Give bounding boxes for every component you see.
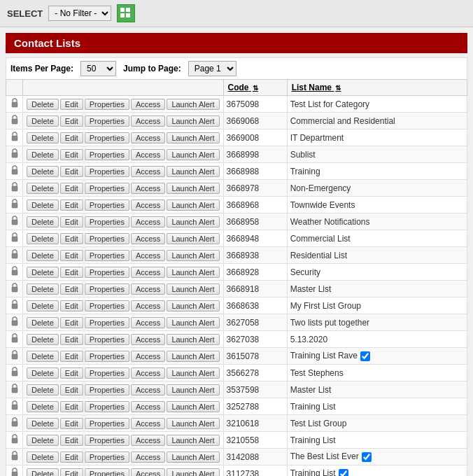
access-button[interactable]: Access — [131, 166, 165, 177]
access-button[interactable]: Access — [131, 99, 165, 110]
delete-button[interactable]: Delete — [27, 334, 59, 345]
delete-button[interactable]: Delete — [27, 418, 59, 429]
launch-alert-button[interactable]: Launch Alert — [167, 435, 219, 446]
edit-button[interactable]: Edit — [60, 435, 83, 446]
launch-alert-button[interactable]: Launch Alert — [167, 451, 219, 463]
edit-button[interactable]: Edit — [60, 401, 83, 412]
items-per-page-select[interactable]: 10 25 50 100 — [80, 61, 116, 76]
access-button[interactable]: Access — [131, 132, 165, 144]
delete-button[interactable]: Delete — [27, 216, 59, 227]
edit-button[interactable]: Edit — [60, 317, 83, 328]
properties-button[interactable]: Properties — [85, 317, 129, 328]
edit-button[interactable]: Edit — [60, 284, 83, 295]
edit-button[interactable]: Edit — [60, 149, 83, 160]
launch-alert-button[interactable]: Launch Alert — [167, 183, 219, 194]
edit-button[interactable]: Edit — [60, 166, 83, 177]
access-button[interactable]: Access — [131, 267, 165, 278]
delete-button[interactable]: Delete — [27, 435, 59, 446]
access-button[interactable]: Access — [131, 149, 165, 160]
access-button[interactable]: Access — [131, 384, 165, 396]
edit-button[interactable]: Edit — [60, 384, 83, 396]
properties-button[interactable]: Properties — [85, 401, 129, 412]
edit-button[interactable]: Edit — [60, 183, 83, 194]
launch-alert-button[interactable]: Launch Alert — [167, 401, 219, 412]
delete-button[interactable]: Delete — [27, 368, 59, 379]
properties-button[interactable]: Properties — [85, 284, 129, 295]
edit-button[interactable]: Edit — [60, 418, 83, 429]
delete-button[interactable]: Delete — [27, 451, 59, 463]
launch-alert-button[interactable]: Launch Alert — [167, 233, 219, 244]
properties-button[interactable]: Properties — [85, 435, 129, 446]
delete-button[interactable]: Delete — [27, 115, 59, 127]
launch-alert-button[interactable]: Launch Alert — [167, 99, 219, 110]
access-button[interactable]: Access — [131, 401, 165, 412]
edit-button[interactable]: Edit — [60, 468, 83, 477]
delete-button[interactable]: Delete — [27, 183, 59, 194]
properties-button[interactable]: Properties — [85, 99, 129, 110]
properties-button[interactable]: Properties — [85, 334, 129, 345]
launch-alert-button[interactable]: Launch Alert — [167, 132, 219, 144]
delete-button[interactable]: Delete — [27, 468, 59, 477]
access-button[interactable]: Access — [131, 435, 165, 446]
access-button[interactable]: Access — [131, 233, 165, 244]
edit-button[interactable]: Edit — [60, 216, 83, 227]
properties-button[interactable]: Properties — [85, 166, 129, 177]
properties-button[interactable]: Properties — [85, 115, 129, 127]
delete-button[interactable]: Delete — [27, 284, 59, 295]
delete-button[interactable]: Delete — [27, 401, 59, 412]
launch-alert-button[interactable]: Launch Alert — [167, 166, 219, 177]
list-checkbox[interactable] — [360, 351, 370, 361]
access-button[interactable]: Access — [131, 468, 165, 477]
properties-button[interactable]: Properties — [85, 250, 129, 261]
access-button[interactable]: Access — [131, 368, 165, 379]
delete-button[interactable]: Delete — [27, 267, 59, 278]
properties-button[interactable]: Properties — [85, 267, 129, 278]
access-button[interactable]: Access — [131, 183, 165, 194]
delete-button[interactable]: Delete — [27, 317, 59, 328]
access-button[interactable]: Access — [131, 250, 165, 261]
access-button[interactable]: Access — [131, 216, 165, 227]
launch-alert-button[interactable]: Launch Alert — [167, 334, 219, 345]
launch-alert-button[interactable]: Launch Alert — [167, 384, 219, 396]
properties-button[interactable]: Properties — [85, 451, 129, 463]
launch-alert-button[interactable]: Launch Alert — [167, 200, 219, 211]
launch-alert-button[interactable]: Launch Alert — [167, 317, 219, 328]
launch-alert-button[interactable]: Launch Alert — [167, 284, 219, 295]
properties-button[interactable]: Properties — [85, 183, 129, 194]
access-button[interactable]: Access — [131, 300, 165, 312]
edit-button[interactable]: Edit — [60, 300, 83, 312]
properties-button[interactable]: Properties — [85, 300, 129, 312]
edit-button[interactable]: Edit — [60, 334, 83, 345]
launch-alert-button[interactable]: Launch Alert — [167, 216, 219, 227]
properties-button[interactable]: Properties — [85, 468, 129, 477]
delete-button[interactable]: Delete — [27, 132, 59, 144]
access-button[interactable]: Access — [131, 200, 165, 211]
delete-button[interactable]: Delete — [27, 250, 59, 261]
edit-button[interactable]: Edit — [60, 132, 83, 144]
edit-button[interactable]: Edit — [60, 250, 83, 261]
delete-button[interactable]: Delete — [27, 351, 59, 362]
properties-button[interactable]: Properties — [85, 233, 129, 244]
edit-button[interactable]: Edit — [60, 368, 83, 379]
access-button[interactable]: Access — [131, 351, 165, 362]
properties-button[interactable]: Properties — [85, 384, 129, 396]
properties-button[interactable]: Properties — [85, 368, 129, 379]
properties-button[interactable]: Properties — [85, 200, 129, 211]
launch-alert-button[interactable]: Launch Alert — [167, 368, 219, 379]
delete-button[interactable]: Delete — [27, 166, 59, 177]
access-button[interactable]: Access — [131, 334, 165, 345]
properties-button[interactable]: Properties — [85, 132, 129, 144]
delete-button[interactable]: Delete — [27, 200, 59, 211]
list-checkbox[interactable] — [339, 469, 348, 476]
list-checkbox[interactable] — [362, 452, 372, 462]
launch-alert-button[interactable]: Launch Alert — [167, 300, 219, 312]
delete-button[interactable]: Delete — [27, 384, 59, 396]
launch-alert-button[interactable]: Launch Alert — [167, 267, 219, 278]
jump-to-page-select[interactable]: Page 1 — [188, 61, 236, 76]
grid-view-button[interactable] — [117, 4, 135, 22]
launch-alert-button[interactable]: Launch Alert — [167, 149, 219, 160]
access-button[interactable]: Access — [131, 317, 165, 328]
launch-alert-button[interactable]: Launch Alert — [167, 250, 219, 261]
edit-button[interactable]: Edit — [60, 267, 83, 278]
delete-button[interactable]: Delete — [27, 99, 59, 110]
